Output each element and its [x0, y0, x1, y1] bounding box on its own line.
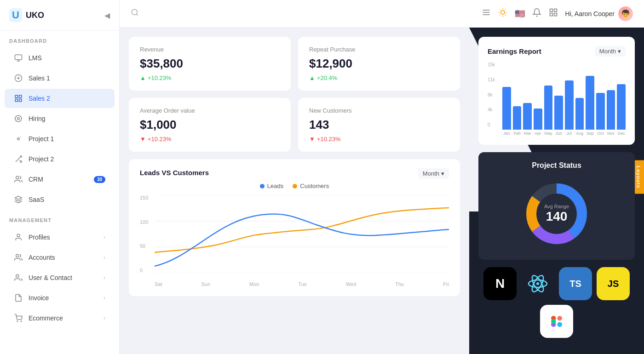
sidebar-item-project1[interactable]: Project 1 — [5, 129, 115, 148]
svg-rect-9 — [19, 99, 22, 102]
revenue-value: $35,800 — [140, 57, 280, 71]
accounts-label: Accounts — [29, 254, 98, 261]
line-chart-svg — [155, 195, 449, 273]
lms-icon — [14, 53, 23, 63]
react-icon — [521, 267, 554, 300]
avg-range-value: 140 — [544, 209, 569, 224]
grid-icon[interactable] — [549, 8, 558, 19]
greeting-text: Hi, Aaron Cooper — [565, 10, 615, 17]
user-greeting: Hi, Aaron Cooper 👦 — [565, 6, 633, 21]
bar-jul: Jul — [565, 62, 574, 136]
invoice-arrow: › — [104, 295, 105, 301]
bar-feb: Feb — [513, 62, 522, 136]
saas-label: SaaS — [29, 196, 105, 203]
logo-icon: U — [9, 8, 22, 22]
sidebar-item-crm[interactable]: CRM 30 — [5, 170, 115, 189]
svg-line-23 — [136, 14, 138, 15]
user-contact-label: User & Contact — [29, 274, 98, 281]
donut-center-label: Avg Range 140 — [544, 204, 569, 224]
user-contact-icon — [14, 273, 23, 282]
stat-card-revenue: Revenue $35,800 ▲ +10.23% — [129, 37, 291, 91]
svg-point-17 — [17, 234, 20, 237]
user-contact-arrow: › — [104, 274, 105, 281]
sidebar-item-project2[interactable]: Project 2 — [5, 149, 115, 169]
menu-icon[interactable] — [482, 8, 491, 19]
theme-icon[interactable] — [498, 8, 507, 19]
chart-legend: Leads Customers — [140, 183, 449, 189]
sidebar-section-dashboard: DASHBOARD LMS Sales 1 Sales 2 Hiring — [0, 31, 119, 210]
logo: U UKO — [9, 8, 44, 22]
svg-marker-16 — [15, 196, 22, 200]
earnings-dropdown-arrow: ▾ — [618, 48, 621, 55]
leads-chart-title: Leads VS Customers — [140, 169, 209, 177]
revenue-up-arrow: ▲ — [140, 74, 146, 81]
sidebar-item-saas[interactable]: SaaS — [5, 190, 115, 209]
legend-customers: Customers — [293, 183, 329, 189]
earnings-month-selector[interactable]: Month ▾ — [595, 46, 626, 57]
project-status-card: Project Status Avg Range 140 — [478, 152, 635, 260]
sidebar: U UKO ◀ DASHBOARD LMS Sales 1 Sales 2 — [0, 0, 120, 354]
sidebar-item-sales2[interactable]: Sales 2 — [5, 89, 115, 108]
sidebar-collapse-button[interactable]: ◀ — [104, 11, 110, 20]
svg-rect-36 — [550, 9, 552, 12]
sidebar-item-hiring[interactable]: Hiring — [5, 109, 115, 128]
sidebar-logo: U UKO ◀ — [0, 0, 119, 31]
leads-dot — [260, 184, 264, 188]
saas-icon — [14, 195, 23, 204]
avg-range-label: Avg Range — [544, 204, 569, 209]
header-right: 🇺🇸 Hi, Aaron Cooper 👦 — [482, 6, 633, 21]
svg-line-34 — [500, 15, 500, 15]
avg-order-value: $1,000 — [140, 118, 280, 132]
leads-month-selector[interactable]: Month ▾ — [418, 168, 449, 179]
logo-text: UKO — [26, 11, 44, 20]
svg-rect-53 — [558, 316, 563, 321]
svg-point-12 — [17, 138, 20, 140]
x-axis-labels: Sat Sun Mon Tue Wed Thu Fri — [155, 281, 449, 287]
accounts-icon — [14, 253, 23, 262]
ecommerce-icon — [14, 314, 23, 323]
sidebar-item-accounts[interactable]: Accounts › — [5, 248, 115, 267]
dark-content: Earnings Report Month ▾ 15k 11k 8k 4k 0 — [469, 28, 644, 354]
revenue-change: ▲ +10.23% — [140, 74, 280, 81]
project-status-title: Project Status — [488, 161, 626, 170]
ecommerce-arrow: › — [104, 315, 105, 321]
repeat-purchase-label: Repeat Purchase — [309, 46, 449, 53]
svg-rect-55 — [558, 322, 563, 327]
bar-nov: Nov — [607, 62, 615, 136]
sidebar-section-management: MANAGEMENT Profiles › Accounts › User & … — [0, 210, 119, 329]
sales2-icon — [14, 94, 23, 103]
flag-icon[interactable]: 🇺🇸 — [515, 9, 525, 19]
svg-point-19 — [16, 274, 19, 277]
sidebar-item-sales1[interactable]: Sales 1 — [5, 69, 115, 88]
sidebar-item-ecommerce[interactable]: Ecommerce › — [5, 308, 115, 328]
new-customers-change: ▼ +10.23% — [309, 136, 449, 143]
line-chart-container: 150 100 50 0 — [140, 195, 449, 287]
new-customers-value: 143 — [309, 118, 449, 132]
stat-card-avg-order: Average Order value $1,000 ▼ +10.23% — [129, 98, 291, 152]
bar-mar: Mar — [523, 62, 532, 136]
avg-down-arrow: ▼ — [140, 136, 146, 143]
sidebar-item-invoice[interactable]: Invoice › — [5, 288, 115, 308]
earnings-report-card: Earnings Report Month ▾ 15k 11k 8k 4k 0 — [478, 37, 635, 145]
bars-container: Jan Feb Mar Apr — [502, 62, 626, 136]
invoice-icon — [14, 293, 23, 303]
javascript-icon: JS — [597, 267, 630, 300]
nextjs-icon: N — [483, 267, 517, 300]
svg-rect-6 — [15, 95, 17, 97]
sidebar-item-user-contact[interactable]: User & Contact › — [5, 268, 115, 287]
project1-icon — [14, 134, 23, 143]
sidebar-item-profiles[interactable]: Profiles › — [5, 228, 115, 247]
invoice-label: Invoice — [29, 294, 98, 302]
svg-point-15 — [16, 176, 19, 179]
svg-line-35 — [505, 10, 506, 10]
notification-icon[interactable] — [532, 8, 541, 19]
svg-point-27 — [500, 11, 504, 14]
svg-point-51 — [536, 282, 539, 285]
search-area — [131, 8, 474, 19]
earnings-title: Earnings Report — [488, 47, 541, 55]
svg-point-56 — [551, 319, 556, 324]
svg-point-18 — [16, 254, 19, 257]
sidebar-item-lms[interactable]: LMS — [5, 48, 115, 68]
profiles-arrow: › — [104, 234, 105, 240]
project2-icon — [14, 154, 23, 164]
